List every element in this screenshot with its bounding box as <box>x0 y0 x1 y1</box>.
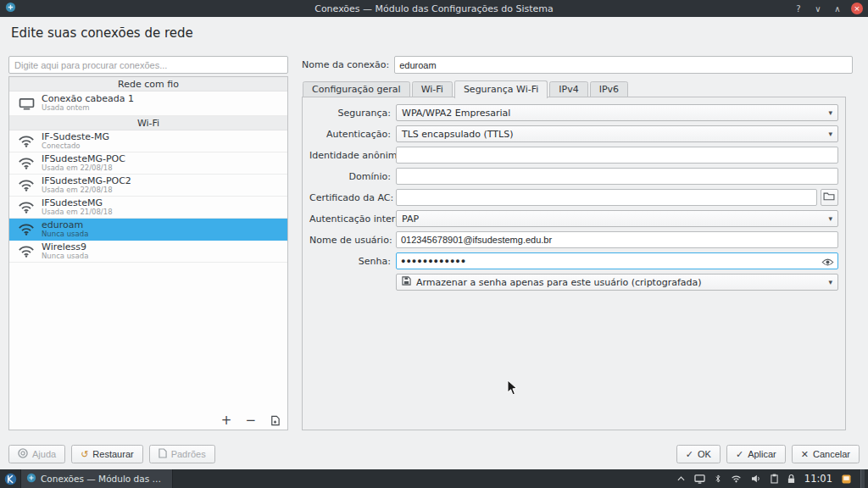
security-value: WPA/WPA2 Empresarial <box>402 108 510 119</box>
remove-connection-button[interactable]: − <box>245 414 256 426</box>
titlebar: Conexões — Módulo das Configurações do S… <box>0 0 868 17</box>
tab-wifi-security[interactable]: Segurança Wi-Fi <box>454 80 548 98</box>
defaults-button[interactable]: Padrões <box>149 445 215 463</box>
connection-status: Nunca usada <box>42 230 88 238</box>
tray-lock-icon[interactable] <box>787 474 795 484</box>
dialog-button-row: Ajuda ↺ Restaurar Padrões ✓ OK ✓ Aplicar… <box>0 442 868 466</box>
wifi-connection-item[interactable]: IF-Sudeste-MG Conectado <box>9 130 287 152</box>
window-help-button[interactable]: ? <box>793 3 804 14</box>
authentication-label: Autenticação: <box>309 129 391 140</box>
security-label: Segurança: <box>309 108 391 119</box>
tray-bluetooth-icon[interactable] <box>715 474 721 484</box>
ok-button[interactable]: ✓ OK <box>676 445 721 463</box>
cancel-label: Cancelar <box>813 449 850 459</box>
chevron-down-icon: ▾ <box>828 214 832 223</box>
wifi-connection-item[interactable]: Wireless9 Nunca usada <box>9 241 287 263</box>
security-select[interactable]: WPA/WPA2 Empresarial ▾ <box>396 104 838 121</box>
password-input[interactable] <box>396 252 838 269</box>
connection-status: Usada ontem <box>42 104 134 112</box>
connection-status: Usada em 22/08/18 <box>42 164 125 172</box>
defaults-label: Padrões <box>171 449 206 459</box>
tab-ipv6[interactable]: IPv6 <box>590 81 628 97</box>
password-label: Senha: <box>309 256 391 267</box>
check-icon: ✓ <box>686 449 693 460</box>
ca-certificate-label: Certificado da AC: <box>309 192 391 203</box>
anonymous-identity-input[interactable] <box>396 147 838 164</box>
restore-button[interactable]: ↺ Restaurar <box>71 445 143 463</box>
document-icon <box>159 448 167 460</box>
chevron-down-icon: ▾ <box>828 108 832 117</box>
wifi-section-header: Wi-Fi <box>9 116 287 130</box>
authentication-select[interactable]: TLS encapsulado (TTLS) ▾ <box>396 125 838 142</box>
wifi-icon <box>14 245 38 258</box>
task-label: Conexões — Módulo das Configur... <box>41 474 167 484</box>
username-input[interactable] <box>396 231 838 248</box>
inner-authentication-label: Autenticação interna: <box>309 214 391 225</box>
tray-network-icon[interactable] <box>694 474 705 484</box>
close-button[interactable]: × <box>851 3 863 14</box>
chevron-down-icon: ▾ <box>828 278 832 286</box>
maximize-button[interactable]: ∧ <box>832 3 843 14</box>
wired-network-icon <box>14 97 38 110</box>
cross-icon: ✕ <box>801 449 809 460</box>
app-icon <box>26 473 36 485</box>
cancel-button[interactable]: ✕ Cancelar <box>792 445 860 463</box>
tab-wifi[interactable]: Wi-Fi <box>412 81 453 97</box>
tab-ipv4[interactable]: IPv4 <box>549 81 587 97</box>
username-label: Nome de usuário: <box>309 235 391 246</box>
wifi-connection-item[interactable]: IFSudesteMG-POC Usada em 22/08/18 <box>9 152 287 175</box>
apply-label: Aplicar <box>748 449 776 459</box>
tray-notifications-icon[interactable] <box>842 474 851 484</box>
store-password-select[interactable]: Armazenar a senha apenas para este usuár… <box>396 274 838 291</box>
tray-volume-icon[interactable] <box>751 474 761 483</box>
wifi-security-panel: Segurança: WPA/WPA2 Empresarial ▾ Autent… <box>302 97 846 430</box>
clock[interactable]: 11:01 <box>804 473 832 485</box>
minimize-button[interactable]: ∨ <box>812 3 824 14</box>
connection-status: Conectado <box>42 142 109 150</box>
export-connection-icon[interactable] <box>270 415 281 426</box>
add-connection-button[interactable]: + <box>221 414 232 426</box>
wifi-icon <box>14 135 38 147</box>
browse-certificate-button[interactable] <box>821 189 838 206</box>
save-icon <box>402 276 411 288</box>
wifi-icon <box>14 179 38 191</box>
peek-desktop-button[interactable] <box>860 469 865 488</box>
help-label: Ajuda <box>32 449 56 459</box>
taskbar: Conexões — Módulo das Configur... 11:01 <box>0 469 868 488</box>
inner-authentication-value: PAP <box>402 214 419 225</box>
ca-certificate-input[interactable] <box>396 189 817 206</box>
connection-name-input[interactable] <box>394 56 853 74</box>
wifi-connection-item[interactable]: IFSudesteMG-POC2 Usada em 22/08/18 <box>9 175 287 197</box>
ok-label: OK <box>698 449 711 459</box>
tray-clipboard-icon[interactable] <box>771 474 778 484</box>
show-password-icon[interactable] <box>821 257 834 269</box>
apply-button[interactable]: ✓ Aplicar <box>726 445 786 463</box>
tab-general[interactable]: Configuração geral <box>303 81 410 97</box>
taskbar-task-connections[interactable]: Conexões — Módulo das Configur... <box>20 469 173 488</box>
editor-tabs: Configuração geral Wi-Fi Segurança Wi-Fi… <box>303 80 630 97</box>
panel-expander-icon[interactable] <box>677 476 685 481</box>
wifi-connection-item-selected[interactable]: eduroam Nunca usada <box>9 219 287 241</box>
wifi-icon <box>14 223 38 236</box>
wired-section-header: Rede com fio <box>9 77 287 92</box>
connection-name-label: Nome da conexão: <box>302 59 389 70</box>
check-icon: ✓ <box>736 449 743 460</box>
domain-input[interactable] <box>396 168 838 185</box>
store-password-value: Armazenar a senha apenas para este usuár… <box>416 277 702 288</box>
inner-authentication-select[interactable]: PAP ▾ <box>396 210 838 227</box>
domain-label: Domínio: <box>309 171 391 182</box>
application-launcher-button[interactable] <box>0 469 20 488</box>
app-icon <box>5 2 16 15</box>
wifi-connection-item[interactable]: IFSudesteMG Usada em 21/08/18 <box>9 197 287 219</box>
connection-status: Usada em 21/08/18 <box>42 208 113 216</box>
wifi-icon <box>14 157 38 169</box>
connection-status: Nunca usada <box>42 252 88 260</box>
help-button[interactable]: Ajuda <box>8 445 65 463</box>
wired-connection-item[interactable]: Conexão cabeada 1 Usada ontem <box>9 92 287 116</box>
page-title: Edite suas conexões de rede <box>11 25 193 41</box>
undo-icon: ↺ <box>81 449 88 460</box>
window-title: Conexões — Módulo das Configurações do S… <box>0 3 868 14</box>
connection-list: Rede com fio Conexão cabeada 1 Usada ont… <box>8 76 288 430</box>
tray-wifi-icon[interactable] <box>731 474 742 483</box>
search-input[interactable] <box>8 56 288 74</box>
